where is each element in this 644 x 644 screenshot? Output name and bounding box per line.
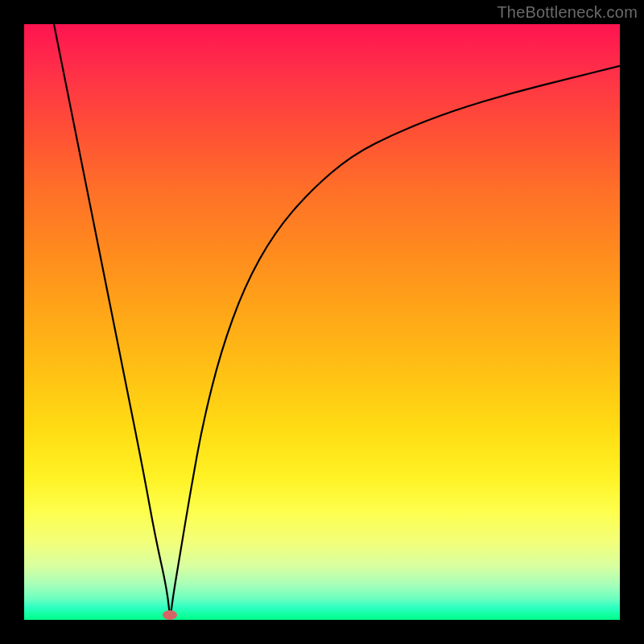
attribution-text: TheBottleneck.com (497, 3, 638, 22)
chart-plot-area (24, 24, 620, 620)
optimal-point-marker (163, 610, 177, 620)
bottleneck-curve (24, 24, 620, 620)
